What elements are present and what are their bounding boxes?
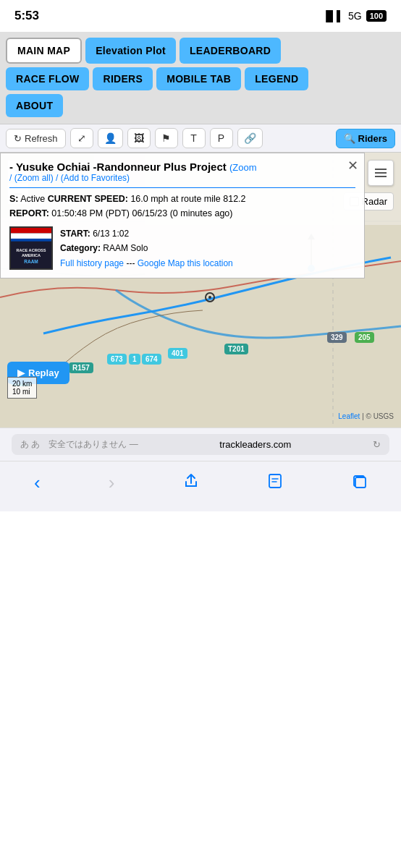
browser-share-button[interactable] xyxy=(172,470,211,496)
browser-url-bar[interactable]: あ あ 安全ではありません — trackleaders.com ↻ xyxy=(12,434,389,455)
bottom-tab-bar: ‹ › xyxy=(0,461,401,511)
radar-label: Radar xyxy=(362,196,387,207)
battery-icon: 100 xyxy=(366,10,387,22)
browser-tabs-button[interactable] xyxy=(339,470,379,496)
browser-back-button[interactable]: ‹ xyxy=(22,469,52,497)
popup-report-line: REPORT: 01:50:48 PM (PDT) 06/15/23 (0 mi… xyxy=(9,206,355,221)
tab-race-flow[interactable]: RACE FLOW xyxy=(6,67,89,90)
map-attribution: Leaflet | © USGS xyxy=(338,412,394,420)
url-prefix: あ あ 安全ではありません — xyxy=(20,438,138,451)
status-icons: ▐▌▌ 5G 100 xyxy=(322,10,387,22)
svg-rect-11 xyxy=(375,169,387,170)
tab-mobile-tab[interactable]: MOBILE TAB xyxy=(156,67,241,90)
svg-rect-16 xyxy=(11,233,51,238)
popup-close-button[interactable]: ✕ xyxy=(347,158,358,174)
popup-subtitle[interactable]: / (Zoom all) / (Add to Favorites) xyxy=(9,173,355,183)
popup-body: RACE ACROSS AMERICA RAAM START: 6/13 1:0… xyxy=(9,226,355,271)
tab-elevation-plot[interactable]: Elevation Plot xyxy=(85,38,176,64)
scale-mi: 10 mi xyxy=(12,388,32,396)
tabs-row-3: ABOUT xyxy=(6,94,395,117)
text-p-button[interactable]: P xyxy=(210,128,233,148)
photo-button[interactable]: 🖼 xyxy=(127,128,151,148)
popup-status: S: Active CURRENT SPEED: 16.0 mph at rou… xyxy=(9,192,355,221)
tab-leaderboard[interactable]: LEADERBOARD xyxy=(180,38,281,64)
marker-329[interactable]: 329 xyxy=(327,332,347,343)
svg-rect-17 xyxy=(11,239,51,242)
popup-speed-line: S: Active CURRENT SPEED: 16.0 mph at rou… xyxy=(9,192,355,206)
popup-zoom-link[interactable]: (Zoom xyxy=(229,162,257,173)
signal-icon: ▐▌▌ xyxy=(322,10,344,22)
raam-logo: RACE ACROSS AMERICA RAAM xyxy=(9,226,53,270)
popup-category: Category: RAAM Solo xyxy=(60,241,233,255)
marker-r157[interactable]: R157 xyxy=(69,362,93,373)
svg-text:AMERICA: AMERICA xyxy=(22,253,41,258)
person-icon-button[interactable]: 👤 xyxy=(98,128,123,148)
flag-button[interactable]: ⚑ xyxy=(155,128,178,148)
popup-links: Full history page --- Google Map this lo… xyxy=(60,256,233,271)
svg-rect-13 xyxy=(375,176,387,177)
tab-about[interactable]: ABOUT xyxy=(6,94,63,117)
toolbar: ↻ Refresh ⤢ 👤 🖼 ⚑ T P 🔗 🔍 Riders xyxy=(0,124,401,153)
tabs-row-2: RACE FLOW RIDERS MOBILE TAB LEGEND xyxy=(6,67,395,90)
nav-tabs: MAIN MAP Elevation Plot LEADERBOARD RACE… xyxy=(0,32,401,124)
full-history-link[interactable]: Full history page xyxy=(60,258,124,268)
popup-details: START: 6/13 1:02 Category: RAAM Solo Ful… xyxy=(60,226,233,271)
riders-button[interactable]: 🔍 Riders xyxy=(336,129,395,148)
marker-1[interactable]: 1 xyxy=(129,354,140,365)
scale-bar: 20 km 10 mi xyxy=(7,377,37,399)
svg-point-7 xyxy=(208,296,211,299)
svg-text:RACE ACROSS: RACE ACROSS xyxy=(16,248,46,252)
browser-bar: あ あ 安全ではありません — trackleaders.com ↻ xyxy=(0,427,401,461)
zoom-all-link[interactable]: / (Zoom all) xyxy=(9,173,54,183)
marker-674[interactable]: 674 xyxy=(142,354,161,365)
reload-button[interactable]: ↻ xyxy=(373,439,381,450)
popup-title: - Yusuke Ochiai -Randonneur Plus Project… xyxy=(9,161,355,173)
popup-divider xyxy=(9,187,355,188)
tabs-row-1: MAIN MAP Elevation Plot LEADERBOARD xyxy=(6,38,395,64)
network-type: 5G xyxy=(348,10,362,22)
tab-main-map[interactable]: MAIN MAP xyxy=(6,38,82,64)
svg-rect-23 xyxy=(355,477,366,488)
marker-205[interactable]: 205 xyxy=(355,332,374,343)
leaflet-link[interactable]: Leaflet xyxy=(338,412,360,420)
browser-bookmarks-button[interactable] xyxy=(256,470,295,496)
popup-start: START: 6/13 1:02 xyxy=(60,226,233,241)
link-button[interactable]: 🔗 xyxy=(237,128,263,148)
status-time: 5:53 xyxy=(14,9,39,23)
svg-rect-21 xyxy=(269,475,281,488)
svg-rect-15 xyxy=(11,228,51,233)
svg-rect-12 xyxy=(375,172,387,174)
marker-401[interactable]: 401 xyxy=(168,348,187,359)
refresh-icon: ↻ xyxy=(14,133,22,144)
add-favorites-link[interactable]: (Add to Favorites) xyxy=(61,173,130,183)
popup-overlay: ✕ - Yusuke Ochiai -Randonneur Plus Proje… xyxy=(0,153,365,278)
tab-legend[interactable]: LEGEND xyxy=(245,67,308,90)
status-bar: 5:53 ▐▌▌ 5G 100 xyxy=(0,0,401,32)
url-text: trackleaders.com xyxy=(219,439,291,450)
layers-button[interactable] xyxy=(368,160,394,186)
google-map-link[interactable]: Google Map this location xyxy=(138,258,233,268)
search-icon: 🔍 xyxy=(344,133,355,144)
browser-forward-button[interactable]: › xyxy=(97,469,127,497)
map-container[interactable]: NLANDS NAL PARK + − Radar ✕ - Yusuke Och… xyxy=(0,153,401,427)
refresh-button[interactable]: ↻ Refresh xyxy=(6,129,66,148)
fullscreen-button[interactable]: ⤢ xyxy=(70,128,93,148)
marker-t201[interactable]: T201 xyxy=(224,344,248,354)
tab-riders[interactable]: RIDERS xyxy=(93,67,153,90)
marker-673[interactable]: 673 xyxy=(107,354,127,365)
text-t-button[interactable]: T xyxy=(182,128,206,148)
scale-km: 20 km xyxy=(12,380,32,388)
svg-text:RAAM: RAAM xyxy=(24,259,38,264)
